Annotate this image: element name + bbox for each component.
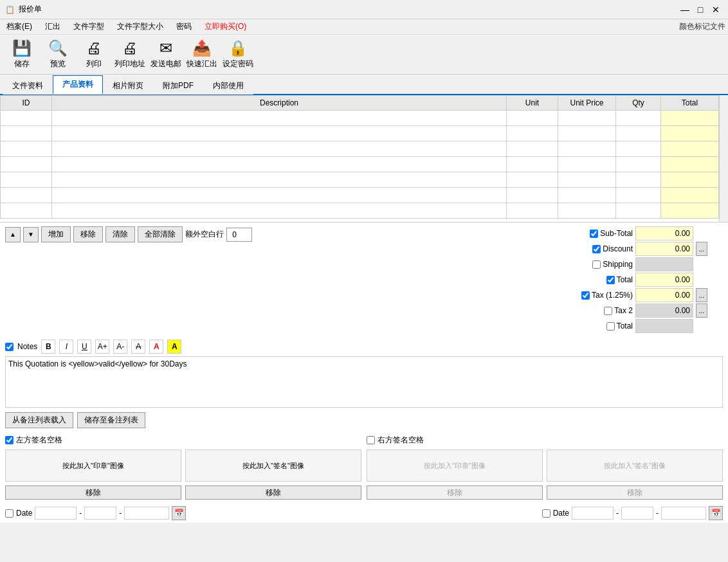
cell-qty[interactable] [616,126,661,141]
italic-button[interactable]: I [59,340,73,354]
right-date-checkbox[interactable] [542,509,551,518]
add-button[interactable]: 增加 [41,226,71,242]
cell-id[interactable] [1,126,52,141]
move-up-button[interactable]: ▲ [5,227,21,242]
tax1-checkbox[interactable] [581,291,590,300]
total-checkbox[interactable] [606,276,615,284]
discount-checkbox[interactable] [592,245,601,253]
table-row[interactable] [1,157,719,172]
cell-unit[interactable] [507,172,558,188]
cell-id[interactable] [1,141,52,157]
cell-description[interactable] [52,111,507,126]
cell-qty[interactable] [616,141,661,157]
strikethrough-button[interactable]: A [131,340,145,354]
menu-export[interactable]: 汇出 [41,20,64,33]
table-row[interactable] [1,172,719,188]
cell-unit_price[interactable] [558,172,616,188]
cell-total[interactable] [661,157,719,172]
notes-checkbox[interactable] [5,343,14,351]
move-down-button[interactable]: ▼ [23,227,39,242]
menu-font[interactable]: 文件字型 [69,20,108,33]
font-decrease-button[interactable]: A- [113,340,127,354]
left-sig-checkbox[interactable] [5,436,14,444]
clear-all-button[interactable]: 全部清除 [138,226,183,242]
tab-file-info[interactable]: 文件资料 [3,77,53,95]
cell-description[interactable] [52,157,507,172]
shipping-checkbox[interactable] [592,260,601,269]
highlight-button[interactable]: A [167,340,181,354]
quick-export-button[interactable]: 📤 快速汇出 [185,37,219,72]
save-button[interactable]: 💾 储存 [5,37,39,72]
left-date-input3[interactable] [124,507,169,520]
table-row[interactable] [1,188,719,203]
print-address-button[interactable]: 🖨 列印地址 [113,37,147,72]
table-row[interactable] [1,141,719,157]
clear-button[interactable]: 清除 [105,226,135,242]
cell-qty[interactable] [616,188,661,203]
table-container[interactable]: ID Description Unit Unit Price Qty Total [0,95,728,222]
cell-description[interactable] [52,141,507,157]
cell-total[interactable] [661,126,719,141]
table-row[interactable] [1,111,719,126]
table-row[interactable] [1,203,719,219]
menu-password[interactable]: 密码 [172,20,196,33]
maximize-button[interactable]: □ [693,3,707,17]
cell-unit_price[interactable] [558,111,616,126]
discount-btn[interactable]: ... [696,242,707,256]
cell-unit[interactable] [507,203,558,219]
cell-unit_price[interactable] [558,203,616,219]
right-date-input2[interactable] [621,507,653,520]
right-sign-button[interactable]: 按此加入"签名"图像 [547,449,723,482]
print-button[interactable]: 🖨 列印 [77,37,111,72]
cell-unit_price[interactable] [558,141,616,157]
cell-unit[interactable] [507,157,558,172]
tab-internal[interactable]: 内部使用 [203,77,253,95]
right-date-input3[interactable] [661,507,706,520]
left-date-calendar-button[interactable]: 📅 [172,506,186,520]
cell-total[interactable] [661,172,719,188]
tab-pdf[interactable]: 附加PDF [153,77,203,95]
cell-unit[interactable] [507,126,558,141]
cell-qty[interactable] [616,111,661,126]
cell-unit[interactable] [507,141,558,157]
cell-unit[interactable] [507,111,558,126]
set-password-button[interactable]: 🔒 设定密码 [221,37,255,72]
cell-unit_price[interactable] [558,126,616,141]
cell-unit_price[interactable] [558,157,616,172]
table-row[interactable] [1,126,719,141]
cell-id[interactable] [1,188,52,203]
close-button[interactable]: ✕ [709,3,723,17]
cell-unit_price[interactable] [558,188,616,203]
extra-lines-input[interactable] [226,228,252,242]
font-increase-button[interactable]: A+ [95,340,109,354]
total2-checkbox[interactable] [606,322,615,331]
tax2-btn[interactable]: ... [696,304,707,318]
subtotal-checkbox[interactable] [590,230,598,238]
cell-total[interactable] [661,203,719,219]
left-remove2-button[interactable]: 移除 [185,485,361,500]
cell-qty[interactable] [616,157,661,172]
cell-id[interactable] [1,111,52,126]
menu-file[interactable]: 档案(E) [3,20,36,33]
tab-photo[interactable]: 相片附页 [103,77,153,95]
cell-description[interactable] [52,188,507,203]
cell-description[interactable] [52,203,507,219]
tax1-btn[interactable]: ... [696,288,707,302]
save-notes-button[interactable]: 储存至备注列表 [77,412,145,428]
send-email-button[interactable]: ✉ 发送电邮 [149,37,183,72]
tab-product-info[interactable]: 产品资料 [53,75,103,95]
right-date-calendar-button[interactable]: 📅 [709,506,723,520]
cell-total[interactable] [661,188,719,203]
left-date-checkbox[interactable] [5,509,14,518]
tax2-checkbox[interactable] [604,307,612,315]
left-sign-button[interactable]: 按此加入"签名"图像 [185,449,361,482]
cell-qty[interactable] [616,203,661,219]
table-scrollbar[interactable] [719,95,728,222]
left-remove1-button[interactable]: 移除 [5,485,181,500]
remove-button[interactable]: 移除 [73,226,103,242]
right-sig-checkbox[interactable] [367,436,375,444]
left-date-input1[interactable] [35,507,77,520]
menu-font-size[interactable]: 文件字型大小 [113,20,167,33]
notes-textarea[interactable]: This Quotation is <yellow>valid</yellow>… [5,356,723,408]
left-stamp-button[interactable]: 按此加入"印章"图像 [5,449,181,482]
